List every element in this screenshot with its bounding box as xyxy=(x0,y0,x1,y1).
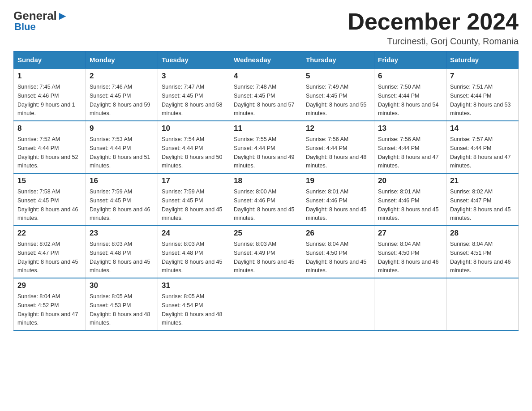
calendar-cell: 2 Sunrise: 7:46 AMSunset: 4:45 PMDayligh… xyxy=(86,68,158,121)
calendar-cell: 15 Sunrise: 7:58 AMSunset: 4:45 PMDaylig… xyxy=(14,173,86,226)
calendar-cell: 19 Sunrise: 8:01 AMSunset: 4:46 PMDaylig… xyxy=(302,173,374,226)
day-info: Sunrise: 8:04 AMSunset: 4:50 PMDaylight:… xyxy=(306,241,367,274)
calendar-cell xyxy=(302,278,374,330)
day-info: Sunrise: 7:59 AMSunset: 4:45 PMDaylight:… xyxy=(90,188,150,221)
day-number: 2 xyxy=(90,72,154,81)
calendar-cell: 13 Sunrise: 7:56 AMSunset: 4:44 PMDaylig… xyxy=(374,121,446,173)
day-number: 20 xyxy=(378,176,442,185)
day-info: Sunrise: 8:03 AMSunset: 4:49 PMDaylight:… xyxy=(234,241,295,274)
calendar-cell xyxy=(230,278,302,330)
day-number: 1 xyxy=(17,72,82,81)
calendar-cell: 23 Sunrise: 8:03 AMSunset: 4:48 PMDaylig… xyxy=(86,226,158,278)
day-number: 27 xyxy=(378,229,442,238)
day-info: Sunrise: 7:56 AMSunset: 4:44 PMDaylight:… xyxy=(306,136,367,169)
logo-blue-line: Blue xyxy=(13,21,36,33)
week-row-5: 29 Sunrise: 8:04 AMSunset: 4:52 PMDaylig… xyxy=(14,278,519,330)
day-number: 28 xyxy=(450,229,515,238)
week-row-2: 8 Sunrise: 7:52 AMSunset: 4:44 PMDayligh… xyxy=(14,121,519,173)
day-info: Sunrise: 7:56 AMSunset: 4:44 PMDaylight:… xyxy=(378,136,439,169)
day-info: Sunrise: 7:47 AMSunset: 4:45 PMDaylight:… xyxy=(162,84,223,116)
day-number: 21 xyxy=(450,176,515,185)
location-subtitle: Turcinesti, Gorj County, Romania xyxy=(348,36,519,47)
weekday-header-thursday: Thursday xyxy=(302,51,374,69)
day-number: 31 xyxy=(162,281,226,290)
day-info: Sunrise: 8:04 AMSunset: 4:51 PMDaylight:… xyxy=(450,241,511,274)
day-number: 10 xyxy=(162,124,226,133)
calendar-cell: 16 Sunrise: 7:59 AMSunset: 4:45 PMDaylig… xyxy=(86,173,158,226)
day-number: 22 xyxy=(17,229,82,238)
day-number: 4 xyxy=(234,72,298,81)
day-info: Sunrise: 8:01 AMSunset: 4:46 PMDaylight:… xyxy=(306,188,367,221)
day-number: 25 xyxy=(234,229,298,238)
day-info: Sunrise: 8:01 AMSunset: 4:46 PMDaylight:… xyxy=(378,188,439,221)
logo-blue-text: ► xyxy=(57,9,69,23)
day-number: 30 xyxy=(90,281,154,290)
calendar-header: SundayMondayTuesdayWednesdayThursdayFrid… xyxy=(14,51,519,69)
month-title: December 2024 xyxy=(348,9,519,34)
calendar-cell: 4 Sunrise: 7:48 AMSunset: 4:45 PMDayligh… xyxy=(230,68,302,121)
day-info: Sunrise: 8:04 AMSunset: 4:52 PMDaylight:… xyxy=(17,293,78,326)
weekday-header-sunday: Sunday xyxy=(14,51,86,69)
day-info: Sunrise: 8:00 AMSunset: 4:46 PMDaylight:… xyxy=(234,188,295,221)
calendar-cell: 9 Sunrise: 7:53 AMSunset: 4:44 PMDayligh… xyxy=(86,121,158,173)
day-number: 7 xyxy=(450,72,515,81)
day-info: Sunrise: 7:54 AMSunset: 4:44 PMDaylight:… xyxy=(162,136,223,169)
calendar-table: SundayMondayTuesdayWednesdayThursdayFrid… xyxy=(13,51,519,331)
calendar-cell: 25 Sunrise: 8:03 AMSunset: 4:49 PMDaylig… xyxy=(230,226,302,278)
calendar-cell: 1 Sunrise: 7:45 AMSunset: 4:46 PMDayligh… xyxy=(14,68,86,121)
day-number: 8 xyxy=(17,124,82,133)
weekday-header-saturday: Saturday xyxy=(446,51,519,69)
day-info: Sunrise: 8:05 AMSunset: 4:53 PMDaylight:… xyxy=(90,293,150,326)
day-info: Sunrise: 7:53 AMSunset: 4:44 PMDaylight:… xyxy=(90,136,150,169)
day-info: Sunrise: 8:02 AMSunset: 4:47 PMDaylight:… xyxy=(450,188,511,221)
calendar-cell: 21 Sunrise: 8:02 AMSunset: 4:47 PMDaylig… xyxy=(446,173,519,226)
day-info: Sunrise: 8:03 AMSunset: 4:48 PMDaylight:… xyxy=(162,241,223,274)
day-info: Sunrise: 7:50 AMSunset: 4:44 PMDaylight:… xyxy=(378,84,439,116)
calendar-cell: 3 Sunrise: 7:47 AMSunset: 4:45 PMDayligh… xyxy=(158,68,230,121)
weekday-header-friday: Friday xyxy=(374,51,446,69)
calendar-cell: 22 Sunrise: 8:02 AMSunset: 4:47 PMDaylig… xyxy=(14,226,86,278)
calendar-cell: 12 Sunrise: 7:56 AMSunset: 4:44 PMDaylig… xyxy=(302,121,374,173)
calendar-cell: 24 Sunrise: 8:03 AMSunset: 4:48 PMDaylig… xyxy=(158,226,230,278)
day-number: 13 xyxy=(378,124,442,133)
calendar-cell: 31 Sunrise: 8:05 AMSunset: 4:54 PMDaylig… xyxy=(158,278,230,330)
calendar-body: 1 Sunrise: 7:45 AMSunset: 4:46 PMDayligh… xyxy=(14,68,519,330)
calendar-cell: 28 Sunrise: 8:04 AMSunset: 4:51 PMDaylig… xyxy=(446,226,519,278)
calendar-cell: 11 Sunrise: 7:55 AMSunset: 4:44 PMDaylig… xyxy=(230,121,302,173)
day-number: 23 xyxy=(90,229,154,238)
day-number: 17 xyxy=(162,176,226,185)
title-block: December 2024 Turcinesti, Gorj County, R… xyxy=(348,9,519,47)
calendar-cell: 26 Sunrise: 8:04 AMSunset: 4:50 PMDaylig… xyxy=(302,226,374,278)
day-number: 11 xyxy=(234,124,298,133)
day-info: Sunrise: 8:04 AMSunset: 4:50 PMDaylight:… xyxy=(378,241,439,274)
day-info: Sunrise: 8:03 AMSunset: 4:48 PMDaylight:… xyxy=(90,241,150,274)
week-row-4: 22 Sunrise: 8:02 AMSunset: 4:47 PMDaylig… xyxy=(14,226,519,278)
calendar-cell: 8 Sunrise: 7:52 AMSunset: 4:44 PMDayligh… xyxy=(14,121,86,173)
day-info: Sunrise: 7:57 AMSunset: 4:44 PMDaylight:… xyxy=(450,136,511,169)
day-info: Sunrise: 7:52 AMSunset: 4:44 PMDaylight:… xyxy=(17,136,78,169)
calendar-cell xyxy=(374,278,446,330)
day-info: Sunrise: 7:45 AMSunset: 4:46 PMDaylight:… xyxy=(17,84,75,116)
day-info: Sunrise: 8:02 AMSunset: 4:47 PMDaylight:… xyxy=(17,241,78,274)
day-number: 29 xyxy=(17,281,82,290)
calendar-cell: 17 Sunrise: 7:59 AMSunset: 4:45 PMDaylig… xyxy=(158,173,230,226)
day-info: Sunrise: 8:05 AMSunset: 4:54 PMDaylight:… xyxy=(162,293,223,326)
calendar-cell: 18 Sunrise: 8:00 AMSunset: 4:46 PMDaylig… xyxy=(230,173,302,226)
day-number: 3 xyxy=(162,72,226,81)
day-number: 26 xyxy=(306,229,370,238)
day-number: 9 xyxy=(90,124,154,133)
day-info: Sunrise: 7:58 AMSunset: 4:45 PMDaylight:… xyxy=(17,188,78,221)
weekday-header-row: SundayMondayTuesdayWednesdayThursdayFrid… xyxy=(14,51,519,69)
day-number: 5 xyxy=(306,72,370,81)
weekday-header-wednesday: Wednesday xyxy=(230,51,302,69)
calendar-cell: 7 Sunrise: 7:51 AMSunset: 4:44 PMDayligh… xyxy=(446,68,519,121)
weekday-header-monday: Monday xyxy=(86,51,158,69)
calendar-cell: 5 Sunrise: 7:49 AMSunset: 4:45 PMDayligh… xyxy=(302,68,374,121)
day-number: 18 xyxy=(234,176,298,185)
calendar-cell: 10 Sunrise: 7:54 AMSunset: 4:44 PMDaylig… xyxy=(158,121,230,173)
logo: General ► Blue xyxy=(13,9,69,33)
day-info: Sunrise: 7:46 AMSunset: 4:45 PMDaylight:… xyxy=(90,84,150,116)
day-number: 12 xyxy=(306,124,370,133)
calendar-cell xyxy=(446,278,519,330)
day-info: Sunrise: 7:59 AMSunset: 4:45 PMDaylight:… xyxy=(162,188,223,221)
